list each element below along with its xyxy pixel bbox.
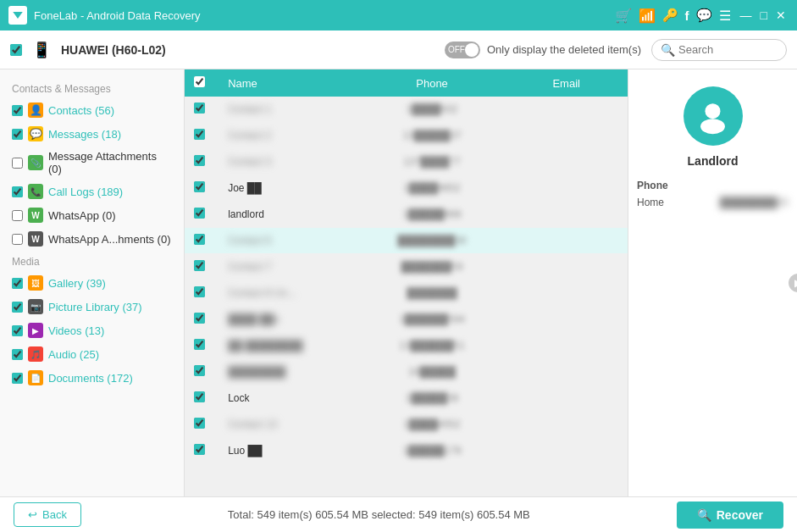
search-box[interactable]: 🔍 (651, 39, 787, 61)
select-all-checkbox[interactable] (194, 76, 205, 87)
window-controls[interactable]: — □ ✕ (738, 8, 789, 22)
row-checkbox-cell[interactable] (185, 438, 214, 464)
sidebar-item-videos[interactable]: ▶ Videos (13) (0, 319, 184, 342)
row-checkbox[interactable] (194, 208, 205, 219)
sidebar-item-whatsapp[interactable]: W WhatsApp (0) (0, 203, 184, 227)
chat-icon[interactable]: 💬 (696, 8, 712, 23)
row-email (505, 333, 628, 359)
facebook-icon[interactable]: f (685, 8, 689, 23)
table-row[interactable]: landlord1█████868 (185, 202, 628, 228)
table-row[interactable]: Contact 131████4552 (185, 412, 628, 438)
row-checkbox[interactable] (194, 391, 205, 402)
row-name: ████ ██e (214, 307, 359, 333)
row-name: Joe ██ (214, 175, 359, 202)
row-checkbox-cell[interactable] (185, 333, 214, 359)
whatsappatt-checkbox[interactable] (12, 234, 23, 245)
audio-checkbox[interactable] (12, 349, 23, 360)
table-row[interactable]: Contact 6████████30 (185, 228, 628, 254)
minimize-button[interactable]: — (738, 8, 755, 22)
row-checkbox-cell[interactable] (185, 97, 214, 123)
table-header-checkbox[interactable] (185, 69, 214, 97)
table-row[interactable]: Contact 8 Un...███████ (185, 280, 628, 307)
row-checkbox[interactable] (194, 365, 205, 376)
row-checkbox[interactable] (194, 260, 205, 271)
row-checkbox-cell[interactable] (185, 359, 214, 385)
deleted-items-toggle[interactable]: OFF (445, 42, 480, 58)
toggle-knob (465, 43, 479, 57)
msgatt-checkbox[interactable] (12, 158, 23, 169)
row-checkbox-cell[interactable] (185, 202, 214, 228)
row-name: Contact 2 (214, 123, 359, 149)
row-checkbox-cell[interactable] (185, 280, 214, 307)
table-row[interactable]: Joe ██1████9652 (185, 175, 628, 202)
documents-label: Documents (172) (48, 372, 133, 385)
sidebar-item-gallery[interactable]: 🖼 Gallery (39) (0, 271, 184, 295)
row-name: Contact 13 (214, 412, 359, 438)
table-row[interactable]: Contact 3137████77 (185, 149, 628, 175)
row-checkbox[interactable] (194, 418, 205, 429)
row-email (505, 307, 628, 333)
whatsapp-checkbox[interactable] (12, 210, 23, 221)
toggle-off-text: OFF (448, 45, 465, 54)
recover-button[interactable]: 🔍 Recover (677, 502, 783, 529)
row-checkbox-cell[interactable] (185, 149, 214, 175)
row-checkbox[interactable] (194, 234, 205, 245)
contacts-icon: 👤 (28, 103, 43, 118)
videos-checkbox[interactable] (12, 325, 23, 336)
table-row[interactable]: Contact 213█████37 (185, 123, 628, 149)
row-checkbox-cell[interactable] (185, 228, 214, 254)
picturelib-checkbox[interactable] (12, 302, 23, 313)
sidebar-item-message-attachments[interactable]: 📎 Message Attachments (0) (0, 146, 184, 180)
row-phone: ███████59 (359, 254, 506, 280)
row-checkbox[interactable] (194, 444, 205, 455)
key-icon[interactable]: 🔑 (662, 8, 678, 23)
contacts-checkbox[interactable] (12, 105, 23, 116)
sidebar-item-call-logs[interactable]: 📞 Call Logs (189) (0, 180, 184, 203)
table-row[interactable]: Contact 11████932 (185, 97, 628, 123)
sidebar-item-picture-library[interactable]: 📷 Picture Library (37) (0, 295, 184, 319)
table-container[interactable]: Name Phone Email Contact 11████932Contac… (185, 69, 628, 496)
device-checkbox[interactable] (10, 44, 22, 56)
table-row[interactable]: Luo ██1█████178 (185, 438, 628, 464)
sidebar-item-audio[interactable]: 🎵 Audio (25) (0, 342, 184, 366)
search-input[interactable] (678, 43, 772, 56)
documents-checkbox[interactable] (12, 373, 23, 384)
row-checkbox-cell[interactable] (185, 412, 214, 438)
row-checkbox[interactable] (194, 129, 205, 140)
table-row[interactable]: ██ ████████13██████51 (185, 333, 628, 359)
table-row[interactable]: ████████16█████ (185, 359, 628, 385)
row-checkbox-cell[interactable] (185, 385, 214, 412)
row-checkbox-cell[interactable] (185, 175, 214, 202)
row-checkbox-cell[interactable] (185, 307, 214, 333)
messages-checkbox[interactable] (12, 129, 23, 140)
row-checkbox[interactable] (194, 286, 205, 297)
bottombar: ↩ Back Total: 549 item(s) 605.54 MB sele… (0, 496, 797, 532)
menu-icon[interactable]: ☰ (719, 8, 731, 24)
row-checkbox[interactable] (194, 181, 205, 192)
row-name: Luo ██ (214, 438, 359, 464)
sidebar-item-whatsapp-attachments[interactable]: W WhatsApp A...hments (0) (0, 227, 184, 251)
calllogs-icon: 📞 (28, 184, 43, 199)
gallery-checkbox[interactable] (12, 278, 23, 289)
panel-scroll-arrow[interactable]: ▶ (789, 274, 797, 292)
row-checkbox-cell[interactable] (185, 254, 214, 280)
sidebar-item-contacts[interactable]: 👤 Contacts (56) (0, 98, 184, 122)
row-checkbox[interactable] (194, 313, 205, 324)
row-checkbox[interactable] (194, 155, 205, 166)
row-checkbox-cell[interactable] (185, 123, 214, 149)
row-checkbox[interactable] (194, 103, 205, 114)
msgatt-icon: 📎 (28, 155, 43, 170)
sidebar-item-documents[interactable]: 📄 Documents (172) (0, 366, 184, 390)
table-header-phone: Phone (359, 69, 506, 97)
calllogs-checkbox[interactable] (12, 186, 23, 197)
row-checkbox[interactable] (194, 339, 205, 350)
maximize-button[interactable]: □ (758, 8, 770, 22)
row-phone: 1████932 (359, 97, 506, 123)
table-row[interactable]: Contact 7███████59 (185, 254, 628, 280)
back-button[interactable]: ↩ Back (14, 502, 81, 527)
cart-icon[interactable]: 🛒 (615, 8, 632, 24)
table-row[interactable]: ████ ██e1██████594 (185, 307, 628, 333)
table-row[interactable]: Lock1█████38 (185, 385, 628, 412)
sidebar-item-messages[interactable]: 💬 Messages (18) (0, 122, 184, 146)
close-button[interactable]: ✕ (773, 8, 789, 22)
